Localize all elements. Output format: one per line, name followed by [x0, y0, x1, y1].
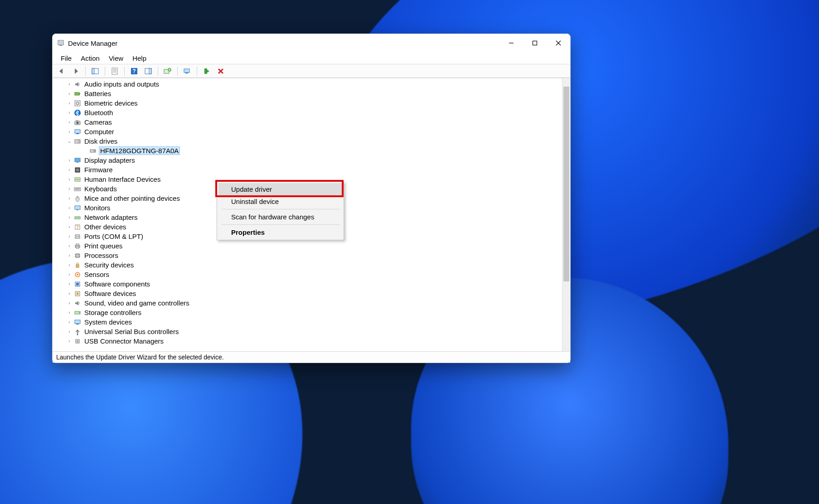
tree-category-printer[interactable]: ›Print queues	[53, 241, 562, 251]
chevron-icon[interactable]: ›	[66, 186, 73, 191]
chevron-icon[interactable]: ⌄	[66, 139, 73, 144]
maximize-button[interactable]	[523, 34, 547, 52]
tree-category-display[interactable]: ›Display adapters	[53, 155, 562, 165]
svg-rect-74	[76, 283, 79, 286]
tree-category-storage[interactable]: ›Storage controllers	[53, 308, 562, 317]
svg-text:?: ?	[76, 225, 79, 230]
chevron-icon[interactable]: ›	[66, 91, 73, 96]
tree-category-firmware[interactable]: ›Firmware	[53, 165, 562, 174]
display-icon	[73, 156, 82, 165]
chevron-icon[interactable]: ›	[66, 281, 73, 286]
help-button[interactable]: ?	[128, 65, 141, 77]
chevron-icon[interactable]: ›	[66, 234, 73, 239]
tree-category-bluetooth[interactable]: ›Bluetooth	[53, 108, 562, 117]
tree-item-label: Disk drives	[84, 137, 117, 145]
camera-icon	[73, 118, 82, 126]
svg-point-82	[76, 331, 77, 332]
window-titlebar[interactable]: Device Manager	[53, 34, 570, 52]
chevron-icon[interactable]: ›	[66, 82, 73, 87]
chevron-icon[interactable]: ›	[66, 205, 73, 210]
uninstall-device-button[interactable]	[214, 65, 227, 77]
update-driver-button[interactable]	[161, 65, 174, 77]
context-menu-update-driver[interactable]: Update driver	[218, 183, 342, 195]
scan-hardware-button[interactable]	[181, 65, 194, 77]
menu-action[interactable]: Action	[76, 53, 104, 63]
chevron-icon[interactable]: ›	[66, 339, 73, 344]
chevron-icon[interactable]: ›	[66, 329, 73, 334]
chevron-icon[interactable]: ›	[66, 177, 73, 182]
tree-item-label: USB Connector Managers	[84, 337, 164, 345]
toolbar-separator	[124, 67, 125, 76]
toolbar: ?	[53, 64, 570, 78]
tree-category-sensor[interactable]: ›Sensors	[53, 270, 562, 279]
properties-button[interactable]	[108, 65, 121, 77]
context-menu-scan-hardware[interactable]: Scan for hardware changes	[218, 211, 342, 223]
svg-rect-20	[185, 73, 188, 73]
svg-point-72	[77, 274, 78, 276]
chevron-icon[interactable]: ›	[66, 300, 73, 305]
tree-category-usbcm[interactable]: ›USB Connector Managers	[53, 336, 562, 346]
chevron-icon[interactable]: ›	[66, 101, 73, 106]
bluetooth-icon	[73, 109, 82, 117]
tree-category-system[interactable]: ›System devices	[53, 317, 562, 327]
chevron-icon[interactable]: ›	[66, 215, 73, 220]
tree-category-sound[interactable]: ›Sound, video and game controllers	[53, 298, 562, 308]
tree-category-security[interactable]: ›Security devices	[53, 260, 562, 270]
chevron-icon[interactable]: ›	[66, 291, 73, 296]
svg-rect-79	[75, 320, 80, 324]
tree-item-label: System devices	[84, 318, 132, 326]
swcomp-icon	[73, 280, 82, 288]
storage-icon	[73, 309, 82, 317]
menu-help[interactable]: Help	[128, 53, 151, 63]
tree-category-camera[interactable]: ›Cameras	[53, 117, 562, 127]
close-button[interactable]	[547, 34, 570, 52]
tree-category-cpu[interactable]: ›Processors	[53, 251, 562, 260]
scroll-thumb[interactable]	[563, 87, 569, 281]
chevron-icon[interactable]: ›	[66, 262, 73, 267]
tree-category-computer[interactable]: ›Computer	[53, 127, 562, 136]
back-button[interactable]	[55, 65, 68, 77]
action-panel-button[interactable]	[142, 65, 155, 77]
context-menu-properties[interactable]: Properties	[218, 226, 342, 238]
tree-item-label: Display adapters	[84, 156, 135, 164]
context-menu-uninstall-device[interactable]: Uninstall device	[218, 195, 342, 208]
svg-point-30	[77, 121, 79, 124]
minimize-button[interactable]	[499, 34, 523, 52]
tree-category-swdev[interactable]: ›Software devices	[53, 289, 562, 298]
chevron-icon[interactable]: ›	[66, 129, 73, 134]
tree-category-battery[interactable]: ›Batteries	[53, 89, 562, 98]
chevron-icon[interactable]: ›	[66, 196, 73, 201]
chevron-icon[interactable]: ›	[66, 243, 73, 248]
chevron-icon[interactable]: ›	[66, 320, 73, 325]
svg-rect-38	[75, 158, 80, 162]
svg-point-61	[78, 236, 79, 237]
svg-rect-8	[92, 68, 94, 74]
tree-category-biometric[interactable]: ›Biometric devices	[53, 98, 562, 108]
vertical-scrollbar[interactable]	[562, 78, 570, 351]
chevron-icon[interactable]: ›	[66, 253, 73, 258]
chevron-icon[interactable]: ›	[66, 167, 73, 172]
menu-file[interactable]: File	[56, 53, 76, 63]
svg-point-55	[77, 217, 78, 218]
chevron-icon[interactable]: ›	[66, 120, 73, 125]
chevron-icon[interactable]: ›	[66, 272, 73, 277]
tree-item-label: Monitors	[84, 204, 111, 212]
tree-category-swcomp[interactable]: ›Software components	[53, 279, 562, 289]
tree-category-disk[interactable]: ⌄Disk drives	[53, 136, 562, 146]
firmware-icon	[73, 166, 82, 174]
menu-view[interactable]: View	[104, 53, 128, 63]
tree-category-speaker[interactable]: ›Audio inputs and outputs	[53, 79, 562, 89]
show-hide-console-tree-button[interactable]	[89, 65, 102, 77]
chevron-icon[interactable]: ›	[66, 224, 73, 229]
chevron-icon[interactable]: ›	[66, 158, 73, 163]
toolbar-separator	[85, 67, 86, 76]
enable-device-button[interactable]	[200, 65, 213, 77]
tree-item-label: Mice and other pointing devices	[84, 194, 180, 202]
chevron-icon[interactable]: ›	[66, 310, 73, 315]
tree-device-selected[interactable]: HFM128GDGTNG-87A0A	[53, 146, 562, 155]
tree-item-label: Other devices	[84, 223, 126, 231]
tree-category-usb[interactable]: ›Universal Serial Bus controllers	[53, 327, 562, 336]
forward-button[interactable]	[69, 65, 82, 77]
svg-rect-26	[75, 101, 80, 106]
chevron-icon[interactable]: ›	[66, 110, 73, 115]
